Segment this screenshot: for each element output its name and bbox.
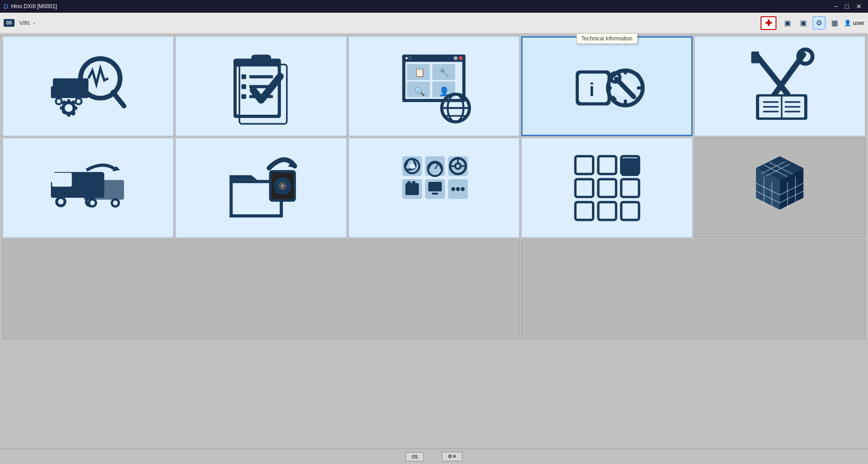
svg-point-117 [461, 187, 465, 191]
svg-rect-54 [637, 87, 643, 90]
svg-point-115 [451, 187, 456, 191]
tile-vehicle-system[interactable] [349, 138, 519, 238]
svg-rect-23 [241, 94, 246, 98]
svg-rect-83 [83, 186, 94, 200]
svg-rect-122 [598, 179, 616, 197]
user-icon: 👤 [844, 20, 851, 26]
title-bar: D Hino DXIII [M0001] − □ ✕ [0, 0, 868, 13]
svg-rect-126 [621, 202, 639, 220]
svg-point-32 [454, 56, 458, 60]
svg-line-7 [113, 92, 124, 106]
svg-rect-119 [598, 156, 616, 174]
svg-point-116 [456, 187, 460, 191]
tile-3d-model[interactable] [694, 138, 865, 238]
svg-text:■ □: ■ □ [406, 56, 412, 60]
app-logo: 0S [4, 19, 15, 27]
svg-rect-112 [428, 182, 442, 191]
add-button[interactable]: ✚ [761, 16, 776, 30]
svg-point-97 [409, 163, 415, 169]
svg-point-3 [57, 99, 61, 103]
svg-line-62 [756, 54, 788, 94]
svg-rect-113 [432, 192, 438, 194]
svg-text:🔍: 🔍 [414, 86, 425, 96]
toolbar: 0S VIN: - ✚ ▣ ▣ ⚙ ▦ 👤 user [0, 13, 868, 34]
svg-text:📋: 📋 [414, 67, 425, 78]
tile-service-support[interactable]: ■ □ 📋 🔧 🔍 👤 [349, 36, 519, 136]
svg-rect-11 [67, 112, 70, 117]
toolbar-btn-settings[interactable]: ⚙ [813, 16, 825, 29]
svg-rect-124 [575, 202, 593, 220]
tile-fleet-management[interactable] [3, 138, 174, 238]
svg-rect-109 [407, 181, 411, 185]
svg-rect-125 [598, 202, 616, 220]
restore-button[interactable]: □ [843, 2, 852, 10]
main-grid: ■ □ 📋 🔧 🔍 👤 [0, 34, 868, 449]
svg-rect-10 [67, 99, 70, 103]
user-area: 👤 user [844, 20, 864, 26]
svg-rect-118 [575, 156, 593, 174]
svg-point-87 [113, 200, 117, 205]
toolbar-btn-4[interactable]: ▦ [828, 16, 841, 29]
close-button[interactable]: ✕ [853, 2, 864, 10]
svg-text:🔧: 🔧 [439, 67, 450, 78]
svg-rect-21 [241, 74, 246, 79]
status-btn-right[interactable]: ⚙✕ [442, 452, 462, 461]
status-logo-left: 0S [412, 454, 417, 459]
svg-rect-52 [624, 100, 627, 105]
svg-rect-51 [624, 69, 627, 74]
tile-diagnosis[interactable] [3, 36, 174, 136]
tile-empty-5 [694, 239, 865, 339]
tile-empty-2 [175, 239, 346, 339]
user-name: user [853, 20, 864, 26]
toolbar-right: ▣ ▣ ⚙ ▦ 👤 user [781, 16, 864, 29]
tile-repair-manual[interactable] [694, 36, 865, 136]
svg-rect-121 [575, 179, 593, 197]
svg-rect-53 [606, 87, 612, 90]
status-bar: 0S ⚙✕ [0, 449, 868, 464]
vin-area: VIN: - [19, 20, 35, 26]
minimize-button[interactable]: − [831, 2, 840, 10]
title-bar-controls: − □ ✕ [831, 2, 864, 10]
toolbar-btn-2[interactable]: ▣ [797, 16, 810, 29]
svg-point-85 [90, 200, 94, 205]
svg-rect-22 [241, 84, 246, 89]
app-icon: D [4, 3, 8, 10]
tile-empty-1 [3, 239, 174, 339]
vin-value: - [34, 20, 35, 26]
svg-rect-24 [249, 75, 273, 78]
tile-empty-3 [349, 239, 519, 339]
svg-rect-13 [73, 106, 78, 109]
tile-empty-4 [521, 239, 692, 339]
svg-rect-110 [412, 181, 416, 185]
technical-info-tooltip: Technical information [577, 33, 638, 44]
svg-point-94 [281, 184, 284, 187]
svg-text:i: i [589, 79, 594, 100]
toolbar-btn-1[interactable]: ▣ [781, 16, 794, 29]
svg-rect-12 [60, 106, 64, 109]
window-title: Hino DXIII [M0001] [11, 3, 57, 10]
svg-point-78 [58, 199, 63, 204]
svg-rect-81 [52, 173, 72, 187]
status-icon-right: ⚙✕ [448, 454, 456, 459]
tile-inspection[interactable] [175, 36, 346, 136]
status-btn-left[interactable]: 0S [406, 452, 423, 461]
svg-rect-127 [621, 158, 639, 176]
svg-point-31 [459, 56, 463, 60]
svg-rect-20 [251, 54, 271, 62]
svg-rect-1 [51, 86, 58, 98]
tile-data-management[interactable] [175, 138, 346, 238]
vin-label: VIN: [19, 20, 30, 26]
svg-rect-123 [621, 179, 639, 197]
svg-point-9 [64, 104, 72, 112]
title-bar-left: D Hino DXIII [M0001] [4, 3, 57, 10]
tile-technical-info[interactable]: i Technical information [521, 36, 692, 136]
svg-point-5 [77, 99, 81, 103]
tile-customize[interactable] [521, 138, 692, 238]
svg-rect-63 [752, 51, 759, 63]
